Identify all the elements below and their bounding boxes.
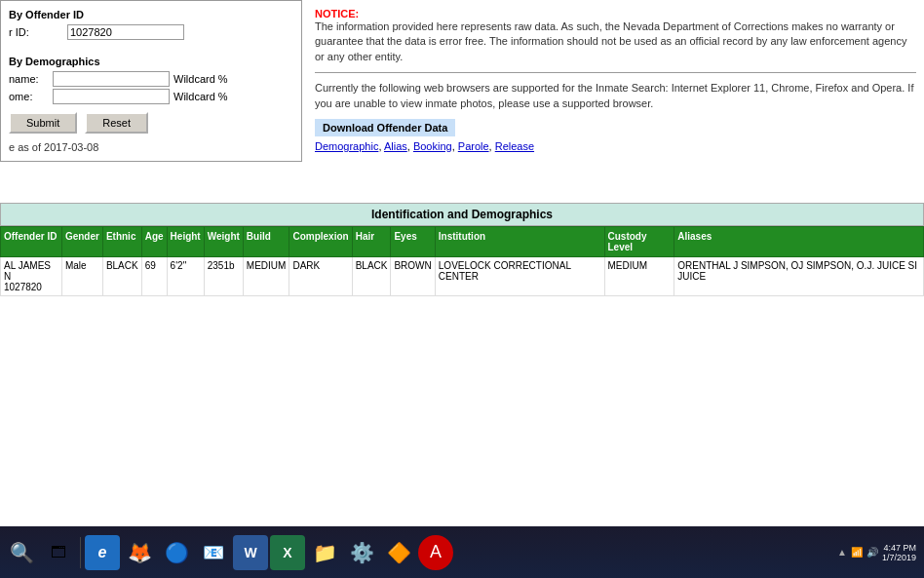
notice-panel: NOTICE: The information provided here re… [307, 0, 924, 160]
app3-icon[interactable]: A [418, 535, 453, 570]
cell-aliases: ORENTHAL J SIMPSON, OJ SIMPSON, O.J. JUI… [674, 257, 924, 296]
submit-button[interactable]: Submit [9, 112, 77, 134]
files-icon[interactable]: 📁 [307, 535, 342, 570]
cell-weight: 2351b [204, 257, 243, 296]
col-ethnic: Ethnic [102, 227, 141, 257]
cell-name-id: AL JAMES N 1027820 [1, 257, 62, 296]
ie-icon[interactable]: e [85, 535, 120, 570]
clock-date: 1/7/2019 [882, 553, 916, 562]
last-name-label: ome: [9, 91, 53, 102]
cell-hair: BLACK [352, 257, 391, 296]
cell-custody-level: MEDIUM [604, 257, 674, 296]
task-view-icon[interactable]: 🗔 [41, 535, 76, 570]
booking-link[interactable]: Booking [413, 140, 452, 152]
system-tray: ▲ 📶 🔊 4:47 PM 1/7/2019 [837, 543, 920, 562]
alias-link[interactable]: Alias [384, 140, 407, 152]
cell-height: 6'2" [167, 257, 204, 296]
col-institution: Institution [435, 227, 604, 257]
network-icon: 📶 [851, 547, 863, 558]
col-weight: Weight [204, 227, 243, 257]
clock-display: 4:47 PM 1/7/2019 [882, 543, 916, 562]
col-age: Age [141, 227, 167, 257]
first-name-input[interactable] [53, 71, 170, 87]
wildcard-label-1: Wildcard % [173, 73, 228, 85]
left-search-panel: By Offender ID r ID: By Demographics nam… [0, 0, 302, 162]
notice-text: The information provided here represents… [315, 19, 916, 73]
reset-button[interactable]: Reset [85, 112, 148, 134]
taskbar: 🔍 🗔 e 🦊 🔵 📧 W X 📁 ⚙️ 🔶 A ▲ 📶 🔊 4:47 PM 1… [0, 526, 924, 578]
col-offender-id: Offender ID [1, 227, 62, 257]
col-height: Height [167, 227, 204, 257]
col-custody-level: Custody Level [604, 227, 674, 257]
cell-gender: Male [61, 257, 102, 296]
demo-links: Demographic, Alias, Booking, Parole, Rel… [315, 140, 916, 152]
wildcard-label-2: Wildcard % [173, 91, 228, 102]
chrome-icon[interactable]: 🔵 [159, 535, 194, 570]
search-by-demo-title: By Demographics [9, 56, 293, 67]
col-aliases: Aliases [674, 227, 924, 257]
firefox-icon[interactable]: 🦊 [122, 535, 157, 570]
mail-icon[interactable]: 📧 [196, 535, 231, 570]
notice-body: The information provided here represents… [315, 20, 906, 62]
offender-id-input[interactable] [67, 24, 184, 40]
inmate-id: 1027820 [4, 282, 58, 292]
data-date: e as of 2017-03-08 [9, 141, 293, 153]
last-name-input[interactable] [53, 89, 170, 104]
cell-complexion: DARK [289, 257, 352, 296]
col-complexion: Complexion [289, 227, 352, 257]
clock-time: 4:47 PM [882, 543, 916, 553]
tray-up-icon: ▲ [837, 547, 847, 558]
id-label: r ID: [9, 26, 67, 38]
col-gender: Gender [61, 227, 102, 257]
cell-ethnic: BLACK [102, 257, 141, 296]
volume-icon: 🔊 [866, 547, 878, 558]
cell-age: 69 [141, 257, 167, 296]
app2-icon[interactable]: 🔶 [381, 535, 416, 570]
col-build: Build [243, 227, 289, 257]
excel-icon[interactable]: X [270, 535, 305, 570]
first-name-label: name: [9, 73, 53, 85]
table-row: AL JAMES N 1027820 Male BLACK 69 6'2" 23… [1, 257, 924, 296]
cell-build: MEDIUM [243, 257, 289, 296]
word-icon[interactable]: W [233, 535, 268, 570]
demographic-link[interactable]: Demographic [315, 140, 378, 152]
col-hair: Hair [352, 227, 391, 257]
id-section-title: Identification and Demographics [0, 203, 924, 226]
col-eyes: Eyes [391, 227, 435, 257]
release-link[interactable]: Release [495, 140, 534, 152]
notice-supported-text: Currently the following web browsers are… [315, 81, 916, 111]
parole-link[interactable]: Parole [458, 140, 489, 152]
identification-table: Offender ID Gender Ethnic Age Height Wei… [0, 226, 924, 296]
cell-eyes: BROWN [391, 257, 435, 296]
notice-title: NOTICE: [315, 8, 359, 19]
identification-section: Identification and Demographics Offender… [0, 203, 924, 296]
download-offender-link[interactable]: Download Offender Data [315, 119, 455, 136]
cell-institution: LOVELOCK CORRECTIONAL CENTER [435, 257, 604, 296]
taskbar-separator [80, 537, 81, 568]
inmate-name: AL JAMES N [4, 260, 58, 282]
search-taskbar-icon[interactable]: 🔍 [4, 535, 39, 570]
search-by-id-title: By Offender ID [9, 9, 293, 20]
app1-icon[interactable]: ⚙️ [344, 535, 379, 570]
